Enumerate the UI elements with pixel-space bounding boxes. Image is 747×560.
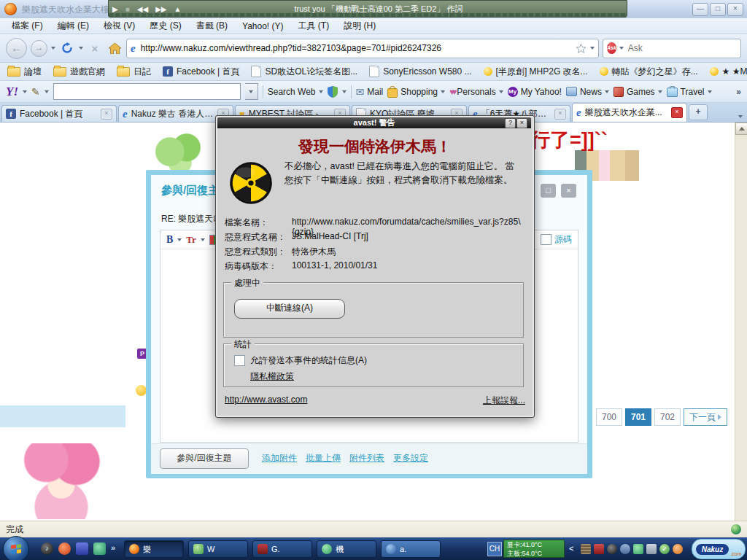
refresh-dropdown-icon[interactable] xyxy=(79,47,83,50)
font-button[interactable]: Tr xyxy=(186,234,196,246)
minimize-button[interactable]: — xyxy=(692,3,708,16)
language-indicator[interactable]: CH xyxy=(487,542,502,556)
travel-button[interactable]: Travel xyxy=(667,86,712,97)
history-dropdown-icon[interactable] xyxy=(51,47,55,50)
more-settings-link[interactable]: 更多設定 xyxy=(393,452,428,464)
source-checkbox[interactable] xyxy=(541,234,551,245)
chevron-down-icon[interactable] xyxy=(177,238,182,241)
tab-list-dropdown-icon[interactable] xyxy=(738,115,743,118)
tab-close-icon[interactable]: × xyxy=(554,109,566,120)
dialog-close-icon[interactable]: × xyxy=(516,118,527,128)
menu-history[interactable]: 歷史 (S) xyxy=(142,18,188,34)
player-eject-button[interactable]: ▲ xyxy=(174,5,182,13)
bookmark-folder-diary[interactable]: 日記 xyxy=(117,66,151,78)
tray-icon[interactable] xyxy=(620,544,630,554)
home-button[interactable] xyxy=(107,40,123,56)
player-play-button[interactable]: ▶ xyxy=(112,5,118,13)
dialog-help-icon[interactable]: ? xyxy=(505,118,516,128)
task-window-g[interactable]: G. xyxy=(252,540,312,558)
menu-bookmarks[interactable]: 書籤 (B) xyxy=(189,18,235,34)
popup-close-icon[interactable]: × xyxy=(561,184,576,198)
address-dropdown-icon[interactable] xyxy=(590,47,595,50)
new-tab-button[interactable]: + xyxy=(689,104,708,120)
task-avast[interactable]: a. xyxy=(381,540,441,558)
add-attachment-link[interactable]: 添加附件 xyxy=(262,452,297,464)
menu-yahoo[interactable]: Yahoo! (Y) xyxy=(235,20,290,33)
shield-icon[interactable] xyxy=(328,86,338,98)
player-stop-button[interactable]: ■ xyxy=(125,5,130,13)
abort-connection-button[interactable]: 中斷連線(A) xyxy=(234,299,345,319)
yahoo-logo[interactable]: Y! xyxy=(6,85,18,99)
quick-launch-overflow-chevron[interactable]: » xyxy=(111,543,115,552)
source-toggle[interactable]: 源碼 xyxy=(541,233,572,246)
quick-launch-icon[interactable] xyxy=(93,542,106,555)
tray-network-icon[interactable] xyxy=(646,544,657,554)
address-input[interactable] xyxy=(139,42,572,54)
yahoo-dropdown-icon[interactable] xyxy=(23,90,27,93)
task-window-w[interactable]: W xyxy=(188,540,248,558)
stop-button[interactable]: × xyxy=(87,40,103,56)
mail-button[interactable]: ✉Mail xyxy=(356,86,384,98)
bold-button[interactable]: B xyxy=(166,234,173,246)
tab-close-icon[interactable]: × xyxy=(101,109,112,120)
report-false-positive-link[interactable]: 上報誤報... xyxy=(483,394,525,407)
scroll-up-button[interactable] xyxy=(735,122,747,135)
personals-button[interactable]: ♥♥Personals xyxy=(449,87,503,97)
attachment-list-link[interactable]: 附件列表 xyxy=(349,452,384,464)
bookmark-mhp2g-rename[interactable]: [半原創] MHP2G 改名... xyxy=(484,66,588,78)
menu-help[interactable]: 說明 (H) xyxy=(336,18,383,34)
batch-upload-link[interactable]: 批量上傳 xyxy=(306,452,341,464)
tab-active-thread[interactable]: e 樂股遮天吹水企業... × xyxy=(572,103,687,122)
bookmark-sonyericsson[interactable]: SonyEricsson W580 ... xyxy=(369,66,471,77)
privacy-policy-link[interactable]: 隱私權政策 xyxy=(250,370,294,383)
search-web-button[interactable]: Search Web xyxy=(268,87,323,97)
player-forward-button[interactable]: ▶▶ xyxy=(155,5,166,13)
bookmark-star-icon[interactable] xyxy=(576,43,587,54)
menu-file[interactable]: 檔案 (F) xyxy=(4,18,50,34)
tray-security-icon[interactable]: ✓ xyxy=(659,544,670,554)
next-page-button[interactable]: 下一頁 xyxy=(684,408,727,426)
quick-launch-icon[interactable] xyxy=(76,542,88,555)
restore-button[interactable]: □ xyxy=(710,3,726,16)
search-input[interactable] xyxy=(627,42,743,54)
refresh-button[interactable] xyxy=(59,40,75,56)
submit-reply-button[interactable]: 參與/回復主題 xyxy=(160,448,249,469)
bookmark-folder-forums[interactable]: 論壇 xyxy=(7,66,42,78)
bookmark-folder-game-sites[interactable]: 遊戲官網 xyxy=(53,66,105,78)
bookmark-phantasy-star[interactable]: 轉貼《梦幻之星》存... xyxy=(600,66,698,78)
close-button[interactable]: × xyxy=(727,3,743,16)
tray-icon[interactable] xyxy=(633,544,643,554)
ask-logo-icon[interactable]: Ask xyxy=(607,42,616,54)
menu-edit[interactable]: 編輯 (E) xyxy=(50,18,96,34)
tray-collapse-arrow[interactable]: < xyxy=(569,544,573,553)
quick-launch-media-icon[interactable]: ♪ xyxy=(41,542,53,555)
search-engine-dropdown-icon[interactable] xyxy=(619,47,624,50)
games-button[interactable]: Games xyxy=(614,87,662,97)
vertical-scrollbar[interactable] xyxy=(735,122,747,521)
tray-avast-icon[interactable] xyxy=(673,544,683,554)
shopping-button[interactable]: Shopping xyxy=(387,86,445,98)
tray-icon[interactable] xyxy=(607,544,617,554)
quick-launch-icon[interactable] xyxy=(58,542,71,555)
yahoo-search-dropdown[interactable] xyxy=(245,83,258,100)
task-firefox[interactable]: 樂 xyxy=(124,540,184,558)
page-701-current[interactable]: 701 xyxy=(625,408,651,426)
yahoo-overflow-chevron[interactable]: » xyxy=(736,87,741,97)
yahoo-search-input[interactable] xyxy=(54,84,240,99)
menu-tools[interactable]: 工具 (T) xyxy=(291,18,337,34)
pencil-dropdown-icon[interactable] xyxy=(44,90,49,93)
tab-close-icon[interactable]: × xyxy=(671,107,683,118)
stats-checkbox[interactable] xyxy=(234,355,245,366)
dialog-titlebar[interactable]: avast! 警告 xyxy=(217,117,531,128)
player-rewind-button[interactable]: ◀◀ xyxy=(137,5,148,13)
avast-site-link[interactable]: http://www.avast.com xyxy=(225,394,307,405)
start-button[interactable] xyxy=(3,536,29,560)
tray-icon[interactable] xyxy=(581,544,591,554)
page-702-link[interactable]: 702 xyxy=(654,408,681,426)
news-button[interactable]: News xyxy=(566,87,609,97)
my-yahoo-button[interactable]: MyMy Yahoo! xyxy=(508,87,562,97)
tab-facebook[interactable]: f Facebook | 首頁 × xyxy=(1,105,117,122)
page-700-link[interactable]: 700 xyxy=(596,408,622,426)
menu-view[interactable]: 檢視 (V) xyxy=(96,18,142,34)
forward-button[interactable]: → xyxy=(31,40,47,57)
